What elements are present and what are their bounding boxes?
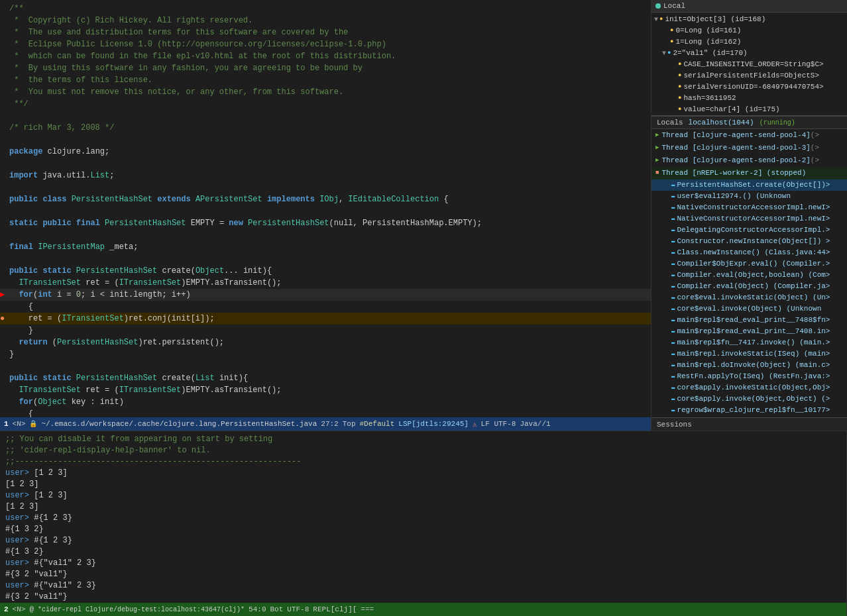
frame-text: Compiler.eval(Object,boolean) (Com> bbox=[677, 270, 830, 281]
code-line: { bbox=[0, 408, 651, 417]
tree-item[interactable]: ● value=char[4] (id=175) bbox=[651, 104, 847, 115]
line-content: return (PersistentHashSet)ret.persistent… bbox=[9, 336, 648, 348]
local-vars-section: Local ▼ ● init=Object[3] (id=168) ● 0=Lo… bbox=[651, 0, 847, 116]
stack-frame[interactable]: ▬ main$repl.doInvoke(Object) (main.c> bbox=[651, 360, 847, 371]
code-text: * You must not remove this notice, or an… bbox=[9, 87, 343, 97]
locals-tree[interactable]: ▶ Thread [clojure-agent-send-pool-4] (> … bbox=[651, 129, 847, 417]
tree-item[interactable]: ● 1=Long (id=162) bbox=[651, 36, 847, 48]
line-arrow-empty bbox=[0, 181, 9, 193]
frame-icon: ▬ bbox=[671, 337, 675, 348]
line-content: /* rich Mar 3, 2008 */ bbox=[9, 122, 648, 134]
stack-frame[interactable]: ▬ main$repl.invokeStatic(ISeq) (main> bbox=[651, 348, 847, 360]
thread-text: Thread [clojure-agent-send-pool-4] bbox=[661, 130, 810, 141]
stack-frame[interactable]: ▬ core$apply.invokeStatic(Object,Obj> bbox=[651, 382, 847, 393]
repl-line: user> [1 2 3] bbox=[5, 468, 841, 479]
tree-item[interactable]: ● CASE_INSENSITIVE_ORDER=String$C> bbox=[651, 59, 847, 70]
stack-frame[interactable]: ▬ PersistentHashSet.create(Object[])> bbox=[651, 180, 847, 191]
stack-frame[interactable]: ▬ RestFn.applyTo(ISeq) (RestFn.java:> bbox=[651, 371, 847, 382]
line-arrow-empty bbox=[0, 62, 9, 74]
line-content: static public final PersistentHashSet EM… bbox=[9, 217, 648, 229]
line-content: import java.util.List; bbox=[9, 170, 648, 181]
tree-text: value=char[4] (id=175) bbox=[683, 104, 779, 115]
stack-frame[interactable]: ▬ core$eval.invokeStatic(Object) (Un> bbox=[651, 292, 847, 303]
frame-icon: ▬ bbox=[671, 303, 675, 315]
modeline-encoding: LF UTF-8 bbox=[481, 420, 516, 428]
line-content bbox=[9, 205, 648, 217]
main-area: /** * Copyright (c) Rich Hickey. All rig… bbox=[0, 0, 847, 431]
line-arrow-empty bbox=[0, 86, 9, 98]
code-line: } bbox=[0, 348, 651, 360]
thread-item[interactable]: ▶ Thread [clojure-agent-send-pool-2] (> bbox=[651, 154, 847, 167]
stack-frame[interactable]: ▬ Constructor.newInstance(Object[]) > bbox=[651, 236, 847, 247]
stack-frame[interactable]: ▬ DelegatingConstructorAccessorImpl.> bbox=[651, 225, 847, 236]
thread-item[interactable]: ■ Thread [nREPL-worker-2] (stopped) bbox=[651, 167, 847, 180]
frame-icon: ▬ bbox=[671, 292, 675, 303]
stack-frame[interactable]: ▬ Compiler$ObjExpr.eval() (Compiler.> bbox=[651, 258, 847, 270]
line-arrow-empty bbox=[0, 301, 9, 313]
modeline-mode: <N> bbox=[13, 420, 26, 428]
locals-dot bbox=[655, 3, 661, 9]
line-content: { bbox=[9, 408, 648, 417]
code-text: * which can be found in the file epl-v10… bbox=[9, 52, 396, 61]
thread-suffix: (> bbox=[811, 142, 819, 154]
stack-frame[interactable]: ▬ main$repl$read_eval_print__7488$fn> bbox=[651, 315, 847, 326]
tree-item[interactable]: ▼ ● 2="val1" (id=170) bbox=[651, 48, 847, 59]
code-line: public class PersistentHashSet extends A… bbox=[0, 193, 651, 205]
code-line: public static PersistentHashSet create(L… bbox=[0, 372, 651, 384]
locals-panel-header: Locals localhost(1044) (running) bbox=[651, 117, 847, 129]
repl-line: user> [1 2 3] bbox=[5, 490, 841, 501]
line-content: * Copyright (c) Rich Hickey. All rights … bbox=[9, 15, 648, 26]
stack-frame[interactable]: ▬ user$eval12974.() (Unknown bbox=[651, 191, 847, 202]
local-vars-tree[interactable]: ▼ ● init=Object[3] (id=168) ● 0=Long (id… bbox=[651, 13, 847, 116]
stack-frame[interactable]: ▬ main$repl$read_eval_print__7408.in> bbox=[651, 326, 847, 337]
thread-status-icon: ▶ bbox=[655, 130, 659, 141]
code-line bbox=[0, 134, 651, 146]
stack-frame[interactable]: ▬ regrow$wrap_clojure_repl$fn__10177> bbox=[651, 405, 847, 416]
bottom-area: ;; You can disable it from appearing on … bbox=[0, 431, 847, 616]
repl-line: #{3 2 "val1"} bbox=[5, 569, 841, 580]
thread-item[interactable]: ▶ Thread [clojure-agent-send-pool-3] (> bbox=[651, 142, 847, 154]
code-text: /** bbox=[9, 4, 24, 13]
frame-icon: ▬ bbox=[671, 315, 675, 326]
code-area[interactable]: /** * Copyright (c) Rich Hickey. All rig… bbox=[0, 0, 651, 417]
tree-item[interactable]: ● 0=Long (id=161) bbox=[651, 25, 847, 36]
stack-frame[interactable]: ▬ core$apply.invoke(Object,Object) (> bbox=[651, 393, 847, 405]
stack-frame[interactable]: ▬ Compiler.eval(Object,boolean) (Com> bbox=[651, 270, 847, 281]
stack-frame[interactable]: ▬ main$repl$fn__7417.invoke() (main.> bbox=[651, 337, 847, 348]
tree-bullet: ● bbox=[678, 81, 681, 93]
stack-frame[interactable]: ▬ Compiler.eval(Object) (Compiler.ja> bbox=[651, 281, 847, 292]
modeline-linenum: 1 bbox=[4, 420, 9, 428]
repl-line: #{3 2 "val1"} bbox=[5, 591, 841, 603]
line-arrow-empty bbox=[0, 98, 9, 110]
repl-line: user> #{"val1" 2 3} bbox=[5, 580, 841, 591]
thread-item[interactable]: ▶ Thread [clojure-agent-send-pool-4] (> bbox=[651, 129, 847, 142]
repl-line: user> #{1 2 3} bbox=[5, 513, 841, 524]
frame-text: main$repl$fn__7417.invoke() (main.> bbox=[677, 337, 830, 348]
repl-content[interactable]: ;; You can disable it from appearing on … bbox=[0, 431, 846, 603]
tree-item[interactable]: ● serialVersionUID=-6849794470754> bbox=[651, 81, 847, 93]
tree-item[interactable]: ● hash=3611952 bbox=[651, 93, 847, 104]
expand-btn[interactable]: ▼ bbox=[654, 14, 658, 25]
locals-panel: Locals localhost(1044) (running) ▶ Threa… bbox=[651, 116, 847, 417]
frame-text: RestFn.applyTo(ISeq) (RestFn.java:> bbox=[677, 371, 830, 382]
stack-frame[interactable]: ▬ core$eval.invoke(Object) (Unknown bbox=[651, 303, 847, 315]
locals-host: localhost(1044) bbox=[689, 119, 754, 127]
tree-text: init=Object[3] (id=168) bbox=[665, 14, 765, 25]
tree-text: 0=Long (id=161) bbox=[675, 25, 741, 36]
stack-frame[interactable]: ▬ NativeConstructorAccessorImpl.newI> bbox=[651, 213, 847, 225]
expand-btn[interactable]: ▼ bbox=[662, 48, 666, 59]
modeline-position: 27:2 bbox=[321, 420, 338, 428]
frame-text: core$apply.invoke(Object,Object) (> bbox=[677, 393, 830, 405]
tree-text: serialPersistentFields=ObjectS> bbox=[683, 70, 819, 81]
frame-text: core$eval.invokeStatic(Object) (Un> bbox=[677, 292, 830, 303]
thread-status-icon: ■ bbox=[655, 168, 659, 179]
tree-item[interactable]: ● serialPersistentFields=ObjectS> bbox=[651, 70, 847, 81]
stack-frame[interactable]: ▬ NativeConstructorAccessorImpl.newI> bbox=[651, 202, 847, 213]
code-line: * Eclipse Public License 1.0 (http://ope… bbox=[0, 38, 651, 50]
line-arrow-empty bbox=[0, 372, 9, 384]
code-line: import java.util.List; bbox=[0, 170, 651, 181]
repl-modeline-linenum: 2 bbox=[4, 605, 9, 613]
stack-frame[interactable]: ▬ Class.newInstance() (Class.java:44> bbox=[651, 247, 847, 258]
modeline-path: ~/.emacs.d/workspace/.cache/clojure.lang… bbox=[41, 420, 317, 428]
tree-item[interactable]: ▼ ● init=Object[3] (id=168) bbox=[651, 14, 847, 25]
